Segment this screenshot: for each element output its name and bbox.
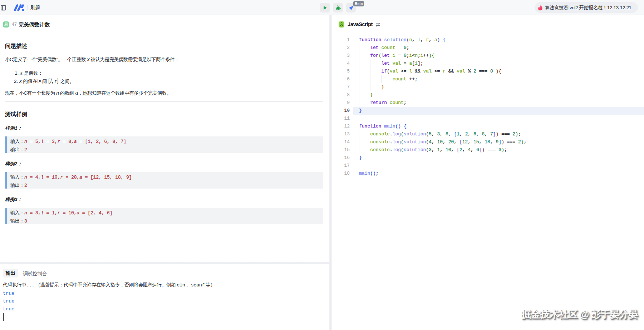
svg-text:JS: JS [340,24,343,26]
